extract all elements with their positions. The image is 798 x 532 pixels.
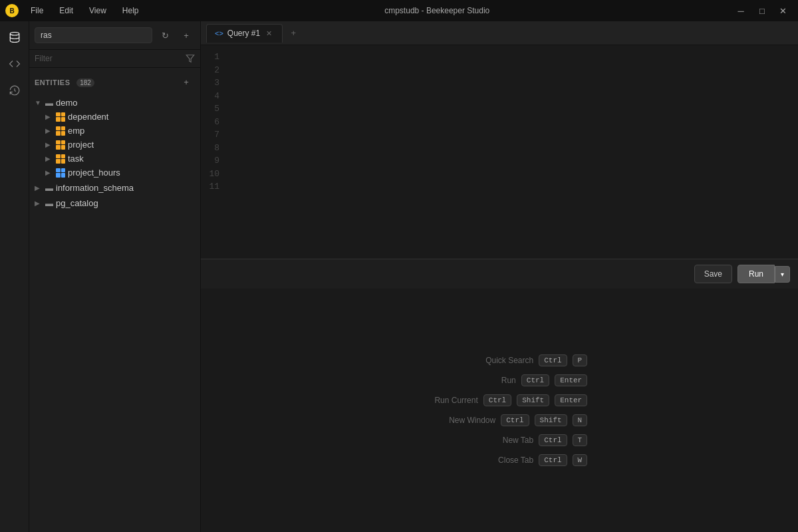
chevron-right-icon: ▶	[45, 141, 53, 148]
table-name: dependent	[68, 112, 108, 122]
line-number: 10	[209, 168, 219, 181]
maximize-button[interactable]: □	[753, 1, 771, 20]
table-icon	[56, 126, 65, 136]
kbd-ctrl: Ctrl	[539, 354, 567, 366]
shortcut-close-tab: Close Tab Ctrl W	[467, 454, 587, 466]
schema-pg-catalog-row[interactable]: ▶ ▬ pg_catalog	[29, 196, 200, 210]
table-icon	[56, 140, 65, 150]
menu-file[interactable]: File	[27, 5, 47, 17]
query-tab-icon: <>	[215, 29, 223, 37]
titlebar: B File Edit View Help cmpstudb - Beekeep…	[0, 0, 798, 21]
entities-header: ENTITIES 182 +	[29, 68, 200, 93]
shortcut-label: Quick Search	[467, 356, 533, 365]
line-number: 6	[209, 116, 219, 129]
sidebar: ras ↻ + ENTITIES 182 + ▼ ▬ demo	[29, 21, 201, 532]
schema-information-schema-row[interactable]: ▶ ▬ information_schema	[29, 181, 200, 195]
kbd-ctrl: Ctrl	[539, 454, 567, 466]
table-project-hours[interactable]: ▶ project_hours	[40, 166, 200, 180]
line-number: 8	[209, 142, 219, 155]
menu-edit[interactable]: Edit	[55, 5, 77, 17]
kbd-ctrl: Ctrl	[539, 434, 567, 446]
line-number: 2	[209, 64, 219, 77]
shortcut-label: Run	[450, 376, 516, 385]
shortcut-label: New Tab	[467, 436, 533, 445]
kbd-enter: Enter	[555, 394, 587, 406]
main-layout: ras ↻ + ENTITIES 182 + ▼ ▬ demo	[0, 21, 798, 532]
shortcut-new-tab: New Tab Ctrl T	[467, 434, 587, 446]
schema-information-schema: ▶ ▬ information_schema	[29, 181, 200, 195]
kbd-enter: Enter	[555, 374, 587, 386]
shortcut-new-window: New Window Ctrl Shift N	[429, 414, 587, 426]
kbd-shift: Shift	[517, 394, 549, 406]
results-area: Quick Search Ctrl P Run Ctrl Enter Run C…	[201, 289, 798, 532]
query-tab-label: Query #1	[227, 29, 260, 38]
kbd-shift: Shift	[535, 414, 567, 426]
sql-editor[interactable]	[227, 45, 798, 259]
chevron-down-icon: ▼	[35, 99, 43, 106]
folder-icon: ▬	[45, 184, 53, 193]
entities-label: ENTITIES	[35, 78, 70, 86]
schema-pg-catalog: ▶ ▬ pg_catalog	[29, 196, 200, 210]
line-number: 5	[209, 102, 219, 116]
filter-input[interactable]	[35, 54, 183, 63]
menu-view[interactable]: View	[85, 5, 110, 17]
schema-demo-tables: ▶ dependent ▶	[40, 110, 200, 180]
tab-bar: <> Query #1 ✕ +	[201, 21, 798, 45]
filter-icon	[186, 54, 195, 63]
schema-demo: ▼ ▬ demo ▶ dependent	[29, 96, 200, 180]
run-dropdown-button[interactable]: ▾	[775, 266, 790, 283]
minimize-button[interactable]: ─	[732, 1, 750, 20]
table-dependent[interactable]: ▶ dependent	[40, 110, 200, 124]
save-button[interactable]: Save	[694, 265, 732, 283]
kbd-n: N	[573, 414, 588, 426]
table-icon	[56, 112, 65, 122]
code-icon[interactable]	[4, 53, 25, 74]
run-button-group: Run ▾	[737, 265, 790, 283]
shortcuts-grid: Quick Search Ctrl P Run Ctrl Enter Run C…	[412, 354, 587, 466]
kbd-ctrl: Ctrl	[521, 374, 549, 386]
chevron-right-icon: ▶	[45, 127, 53, 134]
database-select[interactable]: ras	[35, 27, 152, 43]
editor: 1 2 3 4 5 6 7 8 9 10 11	[201, 45, 798, 259]
schema-name: information_schema	[56, 183, 134, 193]
add-tab-button[interactable]: +	[285, 25, 301, 41]
close-tab-button[interactable]: ✕	[264, 29, 274, 39]
shortcut-quick-search: Quick Search Ctrl P	[467, 354, 587, 366]
content-area: <> Query #1 ✕ + 1 2 3 4 5 6 7 8 9 10	[201, 21, 798, 532]
close-button[interactable]: ✕	[774, 1, 793, 20]
line-number: 7	[209, 128, 219, 142]
chevron-right-icon: ▶	[35, 200, 43, 207]
shortcut-label: Run Current	[412, 396, 478, 405]
table-name: project_hours	[68, 168, 120, 178]
table-name: task	[68, 154, 84, 164]
line-number: 9	[209, 154, 219, 168]
table-project[interactable]: ▶ project	[40, 138, 200, 152]
sidebar-top: ras ↻ +	[29, 21, 200, 50]
kbd-w: W	[573, 454, 588, 466]
refresh-button[interactable]: ↻	[156, 27, 174, 44]
schema-name: demo	[56, 98, 78, 108]
entities-count: 182	[76, 78, 94, 87]
titlebar-controls: ─ □ ✕	[732, 1, 793, 20]
run-button[interactable]: Run	[737, 265, 775, 283]
add-connection-button[interactable]: +	[178, 27, 195, 44]
query-tab-1[interactable]: <> Query #1 ✕	[206, 24, 283, 43]
editor-toolbar: Save Run ▾	[201, 259, 798, 289]
table-task[interactable]: ▶ task	[40, 152, 200, 166]
table-emp[interactable]: ▶ emp	[40, 124, 200, 138]
table-icon	[56, 154, 65, 164]
add-entity-button[interactable]: +	[178, 73, 195, 90]
titlebar-left: B File Edit View Help	[5, 4, 143, 17]
database-icon[interactable]	[4, 27, 25, 48]
shortcut-label: New Window	[429, 416, 495, 425]
table-name: emp	[68, 126, 84, 136]
table-name: project	[68, 140, 94, 150]
svg-point-0	[10, 33, 19, 36]
folder-icon: ▬	[45, 199, 53, 208]
kbd-ctrl: Ctrl	[501, 414, 529, 426]
chevron-right-icon: ▶	[45, 169, 53, 176]
chevron-right-icon: ▶	[45, 155, 53, 162]
menu-help[interactable]: Help	[118, 5, 143, 17]
schema-demo-row[interactable]: ▼ ▬ demo	[29, 96, 200, 110]
history-icon[interactable]	[4, 80, 25, 101]
